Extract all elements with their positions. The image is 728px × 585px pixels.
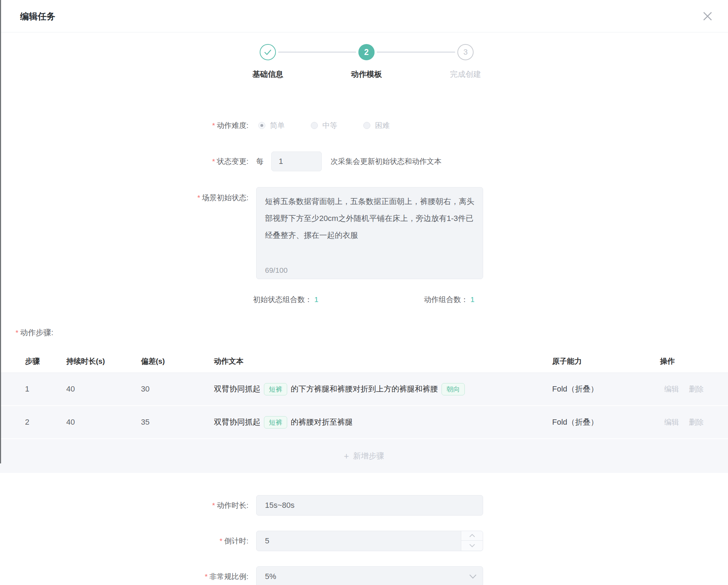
cell-step: 1 (25, 384, 66, 394)
edit-button[interactable]: 编辑 (664, 417, 679, 427)
action-steps-section: *动作步骤: (0, 324, 728, 341)
close-button[interactable] (699, 8, 716, 25)
action-text-segment: 的裤腰对折至裤腿 (291, 417, 353, 427)
scene-state-textarea[interactable]: 短裤五条数据背面朝上，五条数据正面朝上，裤腰朝右，离头部视野下方至少20cm之外… (256, 187, 483, 279)
col-header-operation: 操作 (660, 356, 728, 366)
radio-option-medium[interactable]: 中等 (311, 121, 337, 130)
table-row: 1 40 30 双臂协同抓起 短裤 的下方裤腿和裤腰对折到上方的裤腿和裤腰 朝向… (0, 373, 728, 406)
cell-operations: 编辑 删除 (660, 417, 728, 427)
radio-option-hard[interactable]: 困难 (363, 121, 390, 130)
radio-label-medium: 中等 (322, 121, 337, 130)
radio-label-hard: 困难 (375, 121, 390, 130)
radio-icon-easy (258, 122, 265, 129)
cell-action-text: 双臂协同抓起 短裤 的下方裤腿和裤腰对折到上方的裤腿和裤腰 朝向 (214, 383, 552, 395)
table-row: 2 40 35 双臂协同抓起 短裤 的裤腰对折至裤腿 Fold（折叠） 编辑 删… (0, 406, 728, 439)
page-title: 编辑任务 (20, 0, 55, 32)
add-step-label: 新增步骤 (353, 451, 384, 461)
dialog-header: 编辑任务 (0, 0, 728, 32)
cell-deviation: 30 (141, 384, 214, 394)
radio-label-easy: 简单 (270, 121, 285, 130)
combo-counts-row: 初始状态组合数：1 动作组合数：1 (0, 291, 728, 308)
delete-button[interactable]: 删除 (689, 417, 704, 427)
step-2-indicator: 2 (358, 44, 375, 60)
initial-combo-count: 初始状态组合数：1 (253, 291, 319, 308)
add-step-button[interactable]: + 新增步骤 (0, 439, 728, 473)
decrement-button[interactable] (461, 541, 483, 550)
countdown-label: *倒计时: (0, 531, 248, 551)
step-connector-1 (278, 51, 356, 53)
difficulty-label: *动作难度: (0, 116, 248, 135)
check-icon (264, 49, 272, 55)
countdown-input[interactable] (256, 531, 483, 551)
steps-table: 步骤 持续时长(s) 偏差(s) 动作文本 原子能力 操作 1 40 30 双臂… (0, 350, 728, 473)
action-combo-count: 动作组合数：1 (424, 291, 475, 308)
difficulty-row: *动作难度: 简单 中等 困难 (0, 116, 728, 135)
unusual-ratio-select[interactable]: 5% (256, 566, 483, 585)
step-3-indicator: 3 (457, 44, 474, 60)
state-change-input[interactable] (271, 152, 322, 171)
unusual-ratio-row: *非常规比例: 5% (0, 566, 728, 585)
step-3-label: 完成创建 (427, 69, 504, 80)
required-asterisk: * (212, 501, 215, 509)
cell-action-text: 双臂协同抓起 短裤 的裤腰对折至裤腿 (214, 416, 552, 429)
orientation-tag: 朝向 (442, 383, 465, 395)
cell-duration: 40 (66, 418, 141, 427)
col-header-text: 动作文本 (214, 356, 552, 366)
cell-step: 2 (25, 418, 66, 427)
action-duration-label: *动作时长: (0, 495, 248, 516)
state-change-label: *状态变更: (0, 152, 248, 171)
countdown-number-input (256, 531, 483, 551)
step-1-indicator (260, 44, 276, 60)
cell-operations: 编辑 删除 (660, 384, 728, 394)
col-header-duration: 持续时长(s) (66, 356, 141, 366)
step-3-number: 3 (463, 48, 468, 57)
object-tag: 短裤 (264, 416, 287, 429)
increment-button[interactable] (461, 531, 483, 541)
chevron-up-icon (469, 534, 475, 537)
char-counter: 69/100 (265, 266, 288, 275)
state-change-prefix: 每 (256, 152, 264, 171)
scene-state-label: *场景初始状态: (0, 193, 248, 203)
step-1-label: 基础信息 (229, 69, 307, 80)
scene-state-row: *场景初始状态: 短裤五条数据背面朝上，五条数据正面朝上，裤腰朝右，离头部视野下… (0, 187, 728, 279)
delete-button[interactable]: 删除 (689, 384, 704, 394)
difficulty-radio-group: 简单 中等 困难 (258, 116, 390, 135)
number-spinner (461, 531, 483, 551)
required-asterisk: * (220, 537, 222, 545)
state-change-suffix: 次采集会更新初始状态和动作文本 (331, 152, 442, 171)
radio-option-easy[interactable]: 简单 (258, 121, 285, 130)
edit-button[interactable]: 编辑 (664, 384, 679, 394)
state-change-row: *状态变更: 每 次采集会更新初始状态和动作文本 (0, 152, 728, 171)
required-asterisk: * (16, 328, 18, 337)
col-header-step: 步骤 (25, 356, 66, 366)
action-text-segment: 的下方裤腿和裤腰对折到上方的裤腿和裤腰 (291, 384, 438, 394)
action-text-segment: 双臂协同抓起 (214, 384, 260, 394)
page-left-edge (0, 0, 1, 463)
step-2-label: 动作模板 (328, 69, 405, 80)
close-icon (702, 11, 713, 21)
required-asterisk: * (212, 121, 215, 129)
object-tag: 短裤 (264, 383, 287, 395)
required-asterisk: * (212, 157, 215, 165)
plus-icon: + (344, 451, 349, 461)
required-asterisk: * (197, 193, 200, 202)
cell-capability: Fold（折叠） (552, 417, 660, 427)
scene-state-text: 短裤五条数据背面朝上，五条数据正面朝上，裤腰朝右，离头部视野下方至少20cm之外… (265, 193, 475, 244)
radio-icon-medium (311, 122, 318, 129)
radio-icon-hard (363, 122, 370, 129)
action-steps-label: *动作步骤: (16, 324, 53, 341)
cell-deviation: 35 (141, 418, 214, 427)
required-asterisk: * (205, 572, 208, 580)
col-header-deviation: 偏差(s) (141, 356, 214, 366)
chevron-down-icon (469, 544, 475, 547)
unusual-ratio-label: *非常规比例: (0, 566, 248, 585)
initial-combo-value: 1 (314, 295, 319, 303)
action-combo-value: 1 (470, 295, 475, 303)
col-header-capability: 原子能力 (552, 356, 660, 366)
chevron-down-icon (469, 574, 477, 579)
step-connector-2 (377, 51, 455, 53)
cell-duration: 40 (66, 384, 141, 394)
cell-capability: Fold（折叠） (552, 384, 660, 394)
countdown-row: *倒计时: (0, 531, 728, 551)
action-duration-input[interactable] (256, 495, 483, 516)
